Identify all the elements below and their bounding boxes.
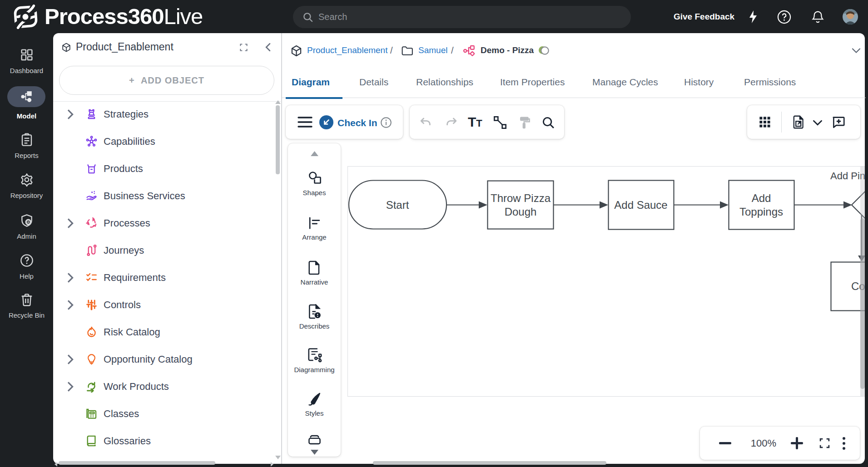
svg-text:Throw Pizza: Throw Pizza (491, 192, 551, 204)
svg-text:Add: Add (752, 192, 771, 204)
svg-text:Start: Start (386, 199, 409, 211)
svg-text:Toppings: Toppings (739, 206, 783, 218)
svg-text:Add Pineap: Add Pineap (830, 170, 865, 182)
svg-text:Dough: Dough (505, 206, 537, 218)
svg-text:Add Sauce: Add Sauce (614, 199, 667, 211)
